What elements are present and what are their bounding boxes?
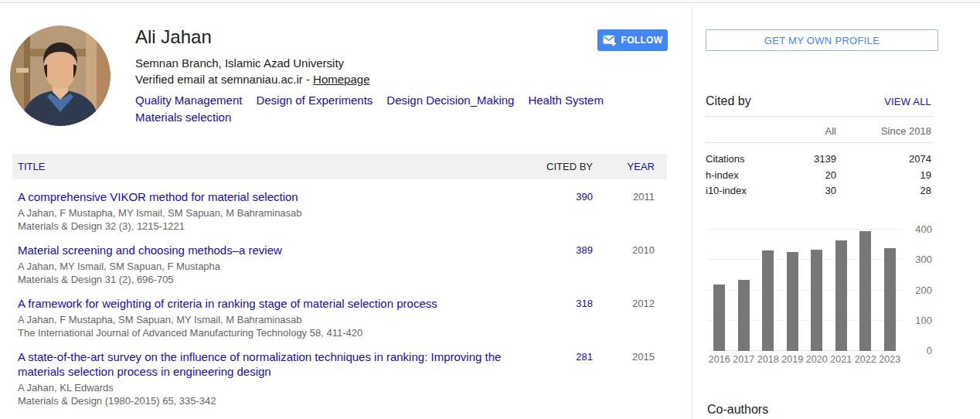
chart-x-tick-label: 2016 — [707, 354, 732, 365]
citation-stats-column-headers: All Since 2018 — [706, 125, 931, 137]
citation-stats-rows: Citations 3139 2074 h-index 20 19 i10-in… — [706, 152, 931, 199]
chart-x-tick-label: 2022 — [853, 354, 878, 365]
chart-y-tick-label: 0 — [927, 345, 932, 356]
citation-stats-row: i10-index 30 28 — [706, 183, 931, 199]
interest-tag[interactable]: Quality Management — [135, 94, 242, 107]
sort-by-citations-header: CITED BY — [539, 161, 593, 172]
stat-value-since: 28 — [836, 183, 931, 199]
publication-row: A comprehensive VIKOR method for materia… — [12, 179, 667, 233]
chart-gridline — [707, 350, 902, 351]
cited-by-header: Cited by VIEW ALL — [706, 94, 931, 108]
publication-info: Material screening and choosing methods–… — [12, 243, 539, 286]
chart-bar-2019[interactable] — [787, 252, 798, 351]
chart-gridline — [707, 229, 902, 230]
publication-authors: A Jahan, F Mustapha, MY Ismail, SM Sapua… — [18, 206, 539, 220]
col-header-since: Since 2018 — [836, 125, 931, 137]
sort-by-title-header[interactable]: TITLE — [12, 161, 539, 172]
verified-email-text: Verified email at semnaniau.ac.ir - — [135, 73, 313, 86]
stat-label: i10-index — [706, 183, 762, 199]
publication-row: A state-of-the-art survey on the influen… — [12, 339, 667, 407]
coauthors-section-title: Co-authors — [707, 403, 768, 417]
follow-button[interactable]: FOLLOW — [597, 29, 668, 51]
stat-label: h-index — [706, 168, 762, 184]
publication-title-link[interactable]: A state-of-the-art survey on the influen… — [18, 349, 524, 379]
interest-tag[interactable]: Design of Experiments — [256, 94, 373, 107]
interest-tag[interactable]: Design Decision_Making — [386, 94, 514, 107]
publication-info: A framework for weighting of criteria in… — [12, 296, 539, 339]
publications-rows: A comprehensive VIKOR method for materia… — [12, 179, 667, 407]
cited-by-count-link[interactable]: 389 — [539, 243, 593, 286]
publication-venue: Materials & Design (1980-2015) 65, 335-3… — [18, 394, 539, 407]
publication-authors: A Jahan, KL Edwards — [18, 381, 539, 394]
sort-by-year-header[interactable]: YEAR — [593, 161, 655, 172]
publication-year: 2010 — [593, 243, 655, 286]
chart-bar-2020[interactable] — [811, 250, 822, 351]
stat-value-all: 3139 — [762, 152, 836, 168]
publication-title-link[interactable]: A framework for weighting of criteria in… — [18, 296, 524, 311]
publication-venue: The International Journal of Advanced Ma… — [18, 326, 539, 339]
interest-tags: Quality ManagementDesign of ExperimentsD… — [135, 94, 641, 124]
chart-x-tick-label: 2020 — [805, 354, 829, 365]
publication-row: A framework for weighting of criteria in… — [12, 286, 667, 339]
profile-info: Ali Jahan Semnan Branch, Islamic Azad Un… — [135, 26, 641, 124]
avatar — [10, 26, 111, 126]
col-header-all: All — [762, 125, 836, 137]
interest-tag[interactable]: Health System — [528, 94, 604, 107]
chart-bar-2023[interactable] — [884, 248, 896, 351]
chart-bar-2021[interactable] — [835, 240, 847, 351]
publication-year: 2011 — [593, 189, 655, 233]
chart-x-tick-label: 2017 — [732, 354, 757, 365]
chart-x-tick-label: 2023 — [878, 354, 903, 365]
chart-gridline — [707, 320, 902, 321]
chart-x-tick-label: 2019 — [781, 354, 805, 365]
publications-header-row: TITLE CITED BY YEAR — [12, 154, 667, 179]
chart-gridline — [707, 259, 902, 260]
chart-bar-2017[interactable] — [738, 280, 750, 351]
publication-venue: Materials & Design 31 (2), 696-705 — [18, 273, 539, 286]
stat-value-all: 20 — [762, 168, 836, 184]
publication-title-link[interactable]: A comprehensive VIKOR method for materia… — [18, 189, 524, 204]
chart-bar-2016[interactable] — [713, 284, 725, 351]
stat-value-all: 30 — [762, 183, 836, 199]
chart-y-tick-label: 200 — [915, 284, 932, 296]
profile-affiliation: Semnan Branch, Islamic Azad University — [135, 56, 641, 70]
chart-bar-2022[interactable] — [859, 231, 871, 351]
page-top-border — [0, 0, 980, 3]
chart-year-labels: 20162017201820192020202120222023 — [707, 354, 902, 365]
chart-x-tick-label: 2018 — [756, 354, 781, 365]
get-my-own-profile-button[interactable]: GET MY OWN PROFILE — [706, 29, 938, 51]
profile-name: Ali Jahan — [135, 26, 641, 48]
chart-y-tick-label: 400 — [915, 223, 932, 235]
cited-by-count-link[interactable]: 318 — [539, 296, 593, 339]
publication-year: 2012 — [593, 296, 655, 339]
chart-y-axis-labels: 0100200300400 — [904, 230, 932, 351]
cited-by-count-link[interactable]: 390 — [539, 189, 593, 233]
homepage-link[interactable]: Homepage — [313, 73, 369, 86]
content-sidebar-divider — [692, 8, 692, 419]
publications-table: TITLE CITED BY YEAR A comprehensive VIKO… — [12, 154, 667, 407]
publication-row: Material screening and choosing methods–… — [12, 233, 667, 286]
publication-info: A comprehensive VIKOR method for materia… — [12, 189, 539, 233]
follow-button-label: FOLLOW — [621, 35, 663, 46]
cited-by-divider-top — [706, 116, 933, 117]
cited-by-title: Cited by — [706, 94, 751, 108]
profile-email: Verified email at semnaniau.ac.ir - Home… — [135, 73, 641, 86]
cited-by-count-link[interactable]: 281 — [539, 349, 593, 407]
chart-y-tick-label: 300 — [915, 254, 932, 265]
interest-tag[interactable]: Materials selection — [135, 111, 231, 124]
cited-by-divider-bottom — [706, 142, 933, 143]
publication-info: A state-of-the-art survey on the influen… — [12, 349, 539, 407]
view-all-link[interactable]: VIEW ALL — [884, 96, 931, 107]
citation-stats-row: h-index 20 19 — [706, 168, 931, 184]
publication-title-link[interactable]: Material screening and choosing methods–… — [18, 243, 524, 257]
stat-value-since: 19 — [836, 168, 931, 184]
envelope-plus-icon — [603, 35, 617, 46]
chart-x-tick-label: 2021 — [829, 354, 854, 365]
publication-authors: A Jahan, MY Ismail, SM Sapuan, F Mustaph… — [18, 260, 539, 273]
publication-venue: Materials & Design 32 (3), 1215-1221 — [18, 220, 539, 233]
chart-bar-2018[interactable] — [762, 250, 774, 351]
chart-y-tick-label: 100 — [915, 315, 932, 326]
stat-label: Citations — [706, 152, 762, 168]
citation-stats-row: Citations 3139 2074 — [706, 152, 931, 168]
publication-year: 2015 — [593, 349, 655, 407]
